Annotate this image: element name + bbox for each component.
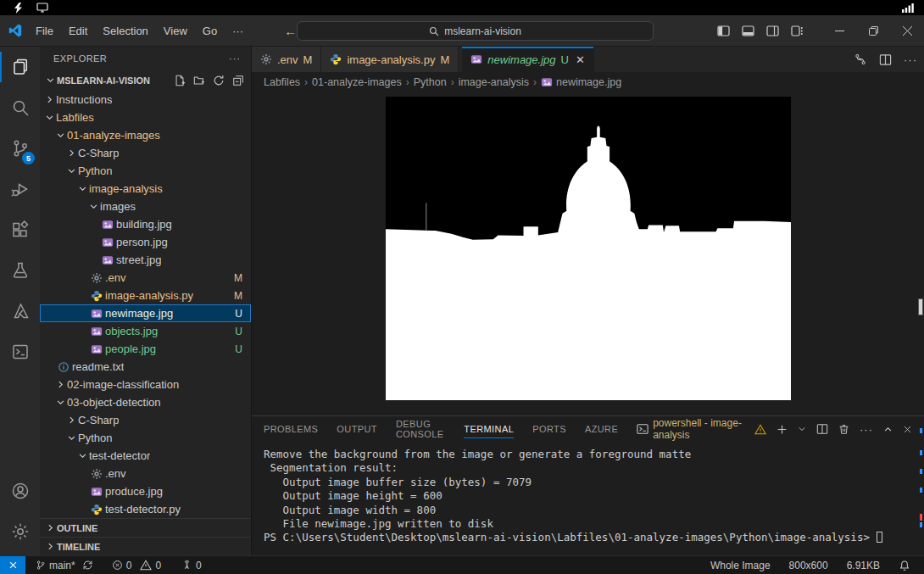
ports-status[interactable]: 0	[176, 556, 207, 574]
image-preview-area[interactable]	[252, 92, 924, 415]
image-dimensions-status[interactable]: 800x600	[784, 560, 833, 571]
tree-item-test-detector.py[interactable]: test-detector.py	[40, 500, 251, 518]
activity-settings[interactable]	[0, 511, 40, 552]
activity-testing[interactable]	[0, 250, 40, 291]
new-terminal-icon[interactable]	[776, 424, 788, 435]
editor-scrollbar-thumb[interactable]	[918, 298, 923, 315]
open-changes-icon[interactable]	[854, 53, 867, 66]
git-branch-status[interactable]: main*	[31, 556, 98, 574]
terminal-label: powershell - image-analysis	[653, 417, 750, 441]
tree-item-instructions[interactable]: Instructions	[40, 91, 251, 109]
split-editor-icon[interactable]	[879, 53, 892, 66]
activity-search[interactable]	[0, 87, 40, 128]
workspace-section-header[interactable]: MSLEARN-AI-VISION	[40, 70, 251, 90]
panel-more-icon[interactable]: ···	[860, 423, 873, 436]
tree-item-python[interactable]: Python	[40, 162, 251, 180]
panel-tab-problems[interactable]: PROBLEMS	[264, 416, 318, 442]
command-center-search[interactable]: mslearn-ai-vision	[297, 21, 654, 41]
tree-item-02-image-classification[interactable]: 02-image-classification	[40, 376, 251, 393]
outline-section[interactable]: OUTLINE	[40, 518, 251, 537]
maximize-panel-icon[interactable]	[883, 425, 893, 434]
menu-go[interactable]: Go	[196, 21, 224, 41]
breadcrumb-item[interactable]: image-analysis	[459, 76, 529, 88]
menu-edit[interactable]: Edit	[62, 21, 94, 41]
activity-azure[interactable]	[0, 291, 40, 332]
tree-item-person.jpg[interactable]: person.jpg	[40, 233, 251, 251]
panel-tab-output[interactable]: OUTPUT	[337, 416, 377, 442]
restore-button[interactable]	[856, 15, 890, 46]
tree-item-test-detector[interactable]: test-detector	[40, 447, 251, 465]
tree-item-building.jpg[interactable]: building.jpg	[40, 215, 251, 233]
tree-item-.env[interactable]: .envM	[40, 269, 251, 287]
tree-item-.env[interactable]: .env	[40, 465, 251, 482]
breadcrumb-item[interactable]: Python	[414, 76, 447, 88]
collapse-all-icon[interactable]	[232, 75, 244, 86]
new-file-icon[interactable]	[174, 75, 186, 86]
close-window-button[interactable]	[890, 15, 924, 46]
notifications-bell-icon[interactable]	[893, 560, 916, 571]
tree-item-c-sharp[interactable]: C-Sharp	[40, 411, 251, 429]
tree-item-image-analysis.py[interactable]: image-analysis.pyM	[40, 287, 251, 304]
activity-run-debug[interactable]	[0, 169, 40, 209]
lightning-icon[interactable]	[14, 3, 23, 14]
minimize-button[interactable]	[822, 15, 856, 46]
menu-file[interactable]: File	[29, 21, 60, 41]
tab-image-analysis.py[interactable]: image-analysis.pyM	[321, 47, 459, 72]
new-folder-icon[interactable]	[193, 75, 205, 86]
tree-item-produce.jpg[interactable]: produce.jpg	[40, 482, 251, 500]
explorer-more-actions-icon[interactable]: ···	[229, 53, 241, 64]
breadcrumb-item[interactable]: Labfiles	[264, 76, 300, 88]
timeline-section[interactable]: TIMELINE	[40, 537, 251, 555]
panel-tab-ports[interactable]: PORTS	[532, 416, 566, 442]
toggle-secondary-sidebar-icon[interactable]	[766, 25, 779, 36]
tree-item-objects.jpg[interactable]: objects.jpgU	[40, 322, 251, 340]
tree-item-image-analysis[interactable]: image-analysis	[40, 180, 251, 198]
file-size-status[interactable]: 6.91KB	[842, 560, 885, 571]
panel-tab-azure[interactable]: AZURE	[585, 416, 618, 442]
breadcrumb-item[interactable]: newimage.jpg	[541, 76, 621, 88]
problems-status[interactable]: 0 0	[107, 556, 166, 574]
tab-.env[interactable]: .envM	[252, 47, 321, 72]
tab-newimage.jpg[interactable]: newimage.jpgU✕	[462, 47, 594, 72]
activity-source-control[interactable]: 5	[0, 128, 40, 169]
activity-account[interactable]	[0, 471, 40, 511]
tree-item-street.jpg[interactable]: street.jpg	[40, 251, 251, 269]
close-tab-icon[interactable]: ✕	[576, 53, 585, 66]
python-icon	[89, 504, 103, 515]
tree-item-03-object-detection[interactable]: 03-object-detection	[40, 393, 251, 411]
activity-remote-terminal[interactable]	[0, 332, 40, 372]
breadcrumb-item[interactable]: 01-analyze-images	[312, 76, 402, 88]
split-terminal-icon[interactable]	[816, 423, 828, 435]
menu-selection[interactable]: Selection	[96, 21, 154, 41]
terminal-output[interactable]: Remove the background from the image or …	[252, 442, 924, 555]
customize-layout-icon[interactable]	[791, 25, 804, 36]
kill-terminal-icon[interactable]	[838, 423, 849, 435]
tree-item-c-sharp[interactable]: C-Sharp	[40, 144, 251, 162]
tree-item-people.jpg[interactable]: people.jpgU	[40, 340, 251, 358]
remote-indicator[interactable]	[0, 556, 25, 574]
git-status-badge: M	[229, 290, 242, 302]
monitor-icon[interactable]	[36, 3, 48, 13]
tree-item-readme.txt[interactable]: readme.txt	[40, 358, 251, 376]
more-actions-icon[interactable]: ···	[904, 53, 917, 66]
toggle-sidebar-icon[interactable]	[717, 25, 730, 36]
whole-image-status[interactable]: Whole Image	[705, 560, 776, 571]
terminal-dropdown-icon[interactable]	[798, 425, 806, 433]
panel-tab-terminal[interactable]: TERMINAL	[464, 416, 514, 442]
menu-[interactable]: ···	[225, 21, 250, 41]
tree-item-python[interactable]: Python	[40, 429, 251, 447]
menu-view[interactable]: View	[157, 21, 194, 41]
tree-item-01-analyze-images[interactable]: 01-analyze-images	[40, 126, 251, 144]
terminal-instance[interactable]: powershell - image-analysis	[637, 417, 766, 441]
activity-extensions[interactable]	[0, 209, 40, 250]
activity-explorer[interactable]	[0, 47, 40, 87]
refresh-icon[interactable]	[213, 75, 225, 86]
toggle-panel-icon[interactable]	[742, 25, 754, 36]
panel-tab-debug-console[interactable]: DEBUG CONSOLE	[396, 416, 445, 442]
tree-item-images[interactable]: images	[40, 198, 251, 215]
tree-item-labfiles[interactable]: Labfiles	[40, 109, 251, 126]
back-arrow[interactable]: ←	[284, 24, 297, 38]
image-file-icon	[89, 326, 103, 337]
tree-item-newimage.jpg[interactable]: newimage.jpgU	[40, 304, 251, 322]
close-panel-icon[interactable]	[903, 425, 912, 434]
